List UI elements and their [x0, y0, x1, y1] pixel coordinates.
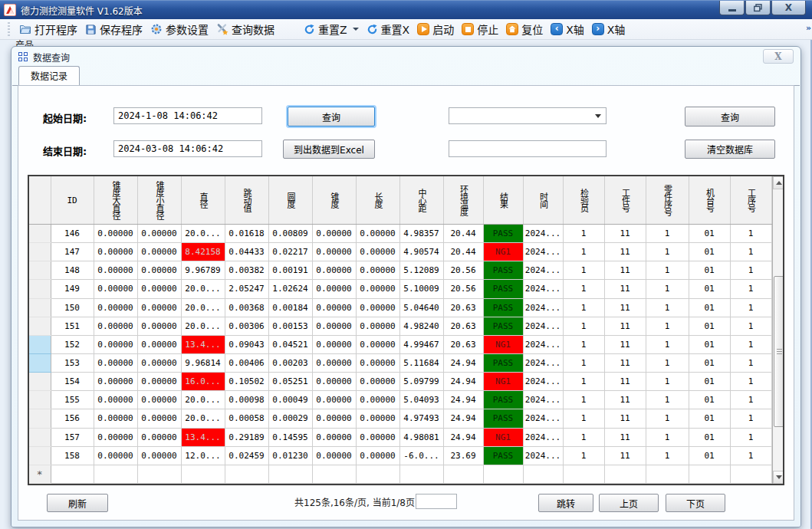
grid-cell[interactable]: 0.00000 — [356, 428, 399, 446]
grid-cell[interactable]: 1 — [563, 261, 604, 280]
column-header[interactable]: 结果 — [483, 176, 523, 225]
grid-cell[interactable]: 0.00000 — [312, 243, 356, 261]
jump-button[interactable]: 跳转 — [538, 494, 593, 512]
grid-cell[interactable] — [51, 465, 94, 483]
save-program-button[interactable]: 保存程序 — [81, 20, 146, 38]
grid-cell[interactable]: 0.00000 — [356, 353, 399, 372]
grid-cell[interactable]: 1 — [646, 335, 689, 353]
home-reset-button[interactable]: 复位 — [502, 20, 547, 38]
grid-cell[interactable] — [181, 465, 225, 483]
grid-cell[interactable]: NG1 — [483, 243, 523, 261]
grid-cell[interactable]: 2.05247 — [225, 280, 268, 298]
grid-cell[interactable]: 0.00058 — [225, 409, 268, 428]
grid-cell[interactable]: 0.00000 — [94, 280, 137, 298]
grid-cell[interactable]: 2024... — [523, 298, 563, 317]
grid-cell[interactable]: 1 — [730, 243, 771, 261]
grid-cell[interactable] — [225, 465, 268, 483]
grid-cell[interactable]: 0.00000 — [356, 335, 399, 353]
grid-cell[interactable]: 0.04433 — [225, 243, 268, 261]
grid-cell[interactable] — [268, 465, 312, 483]
grid-cell[interactable]: 157 — [51, 428, 94, 446]
grid-cell[interactable]: 1 — [563, 446, 604, 465]
table-row[interactable]: 1570.000000.0000013.4...0.291890.145950.… — [29, 428, 771, 446]
grid-cell[interactable]: 0.00098 — [225, 391, 268, 409]
grid-cell[interactable] — [137, 465, 181, 483]
column-header[interactable]: 中心距 — [399, 176, 443, 225]
table-row[interactable]: 1530.000000.000009.968140.004060.002030.… — [29, 353, 771, 372]
grid-cell[interactable]: 0.14595 — [268, 428, 312, 446]
grid-cell[interactable]: 20.0... — [181, 391, 225, 409]
grid-cell[interactable]: 2024... — [523, 409, 563, 428]
grid-cell[interactable]: 0.00000 — [94, 353, 137, 372]
grid-cell[interactable]: 20.56 — [443, 261, 483, 280]
grid-cell[interactable]: 24.94 — [443, 428, 483, 446]
grid-cell[interactable]: 2024... — [523, 243, 563, 261]
tab-data-records[interactable]: 数据记录 — [18, 66, 80, 86]
grid-cell[interactable]: 11 — [604, 261, 646, 280]
grid-cell[interactable]: 24.94 — [443, 391, 483, 409]
grid-cell[interactable]: 0.00000 — [312, 298, 356, 317]
column-header[interactable]: 环境温度 — [443, 176, 483, 225]
grid-cell[interactable]: 0.00000 — [312, 409, 356, 428]
grid-cell[interactable]: 1 — [646, 353, 689, 372]
grid-cell[interactable]: 01 — [689, 317, 730, 335]
grid-cell[interactable]: 11 — [604, 428, 646, 446]
grid-cell[interactable]: 2024... — [523, 373, 563, 391]
grid-cell[interactable]: 11 — [604, 391, 646, 409]
query-button-right[interactable]: 查询 — [685, 107, 775, 127]
grid-cell[interactable] — [312, 465, 356, 483]
start-button[interactable]: 启动 — [413, 20, 458, 38]
grid-cell[interactable]: 153 — [51, 353, 94, 372]
grid-cell[interactable]: 0.00000 — [356, 409, 399, 428]
grid-cell[interactable]: 0.00000 — [137, 335, 181, 353]
grid-cell[interactable]: 13.4... — [181, 335, 225, 353]
vertical-scrollbar[interactable] — [772, 176, 785, 484]
grid-cell[interactable]: PASS — [483, 409, 523, 428]
grid-cell[interactable]: 5.12089 — [399, 261, 443, 280]
table-row[interactable]: 1460.000000.0000020.0...0.016180.008090.… — [29, 225, 771, 243]
grid-cell[interactable]: PASS — [483, 446, 523, 465]
column-header[interactable]: 时间 — [523, 176, 563, 225]
grid-cell[interactable]: 0.00000 — [312, 373, 356, 391]
table-row[interactable]: 1500.000000.0000020.0...0.003680.001840.… — [29, 298, 771, 317]
grid-cell[interactable]: 0.00000 — [137, 317, 181, 335]
grid-cell[interactable]: 0.00000 — [356, 280, 399, 298]
reset-x-button[interactable]: 重置X — [363, 20, 414, 38]
table-row[interactable]: 1560.000000.0000020.0...0.000580.000290.… — [29, 409, 771, 428]
grid-cell[interactable]: 0.00000 — [356, 373, 399, 391]
grid-cell[interactable]: 0.00000 — [94, 225, 137, 243]
grid-cell[interactable] — [604, 465, 646, 483]
grid-cell[interactable]: PASS — [483, 317, 523, 335]
prev-page-button[interactable]: 上页 — [599, 494, 659, 512]
grid-cell[interactable]: 1 — [563, 225, 604, 243]
grid-cell[interactable]: 11 — [604, 409, 646, 428]
grid-cell[interactable]: 0.00000 — [356, 243, 399, 261]
grid-cell[interactable]: 0.00809 — [268, 225, 312, 243]
grid-cell[interactable]: 1 — [646, 243, 689, 261]
row-selector[interactable] — [29, 298, 51, 317]
grid-cell[interactable]: 0.00000 — [94, 391, 137, 409]
grid-cell[interactable]: 0.00184 — [268, 298, 312, 317]
row-selector[interactable] — [29, 225, 51, 243]
table-row[interactable]: 1510.000000.0000020.0...0.003060.001530.… — [29, 317, 771, 335]
grid-cell[interactable]: 1 — [563, 243, 604, 261]
grid-cell[interactable]: PASS — [483, 261, 523, 280]
grid-cell[interactable]: 2024... — [523, 225, 563, 243]
grid-cell[interactable]: 1 — [730, 428, 771, 446]
grid-cell[interactable]: 5.04640 — [399, 298, 443, 317]
grid-cell[interactable]: 20.0... — [181, 280, 225, 298]
grid-cell[interactable]: NG1 — [483, 335, 523, 353]
clear-database-button[interactable]: 清空数据库 — [685, 140, 775, 159]
open-program-button[interactable]: 打开程序 — [15, 20, 81, 38]
grid-cell[interactable]: 01 — [689, 409, 730, 428]
grid-cell[interactable]: 11 — [604, 298, 646, 317]
grid-cell[interactable]: 11 — [604, 225, 646, 243]
row-selector[interactable] — [29, 280, 51, 298]
grid-cell[interactable]: 1 — [646, 428, 689, 446]
grid-cell[interactable]: 8.42158 — [181, 243, 225, 261]
grid-cell[interactable]: PASS — [483, 391, 523, 409]
grid-cell[interactable]: 148 — [51, 261, 94, 280]
grid-cell[interactable] — [689, 465, 730, 483]
grid-cell[interactable]: 2024... — [523, 261, 563, 280]
grid-cell[interactable] — [523, 465, 563, 483]
